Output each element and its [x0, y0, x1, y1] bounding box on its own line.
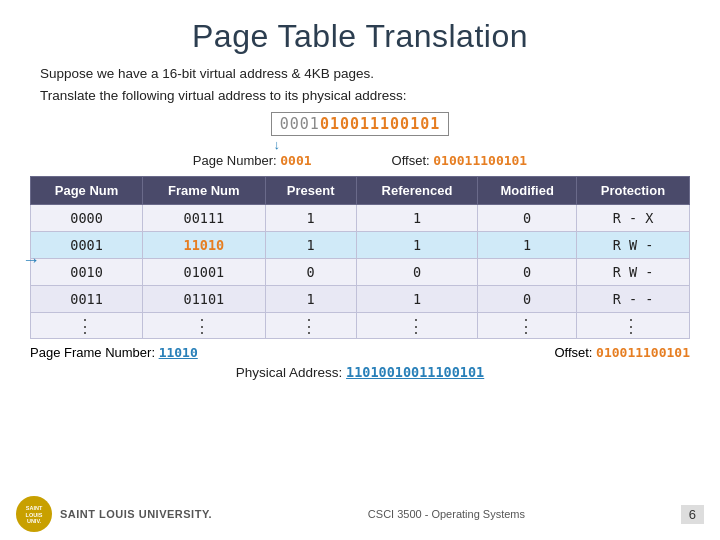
virtual-address-display: 0001010011100101 [0, 112, 720, 136]
bottom-offset-label: Offset: 010011100101 [554, 345, 690, 360]
subtitle-line1: Suppose we have a 16-bit virtual address… [40, 66, 374, 81]
cell-frame-num: 00111 [143, 205, 266, 232]
cell-protection: R W - [576, 259, 689, 286]
col-referenced: Referenced [356, 177, 478, 205]
cell-present: 1 [265, 205, 356, 232]
cell-referenced: 0 [356, 259, 478, 286]
dots-cell: ⋮ [265, 313, 356, 339]
col-frame-num: Frame Num [143, 177, 266, 205]
bottom-labels: Page Frame Number: 11010 Offset: 0100111… [30, 345, 690, 360]
cell-protection: R - - [576, 286, 689, 313]
svg-text:UNIV.: UNIV. [27, 518, 42, 524]
main-content: → Page Num Frame Num Present Referenced … [0, 172, 720, 380]
bottom-offset-value: 010011100101 [596, 345, 690, 360]
subtitle: Suppose we have a 16-bit virtual address… [0, 63, 720, 106]
course-label: CSCI 3500 - Operating Systems [368, 508, 525, 520]
col-present: Present [265, 177, 356, 205]
frame-number-value: 11010 [159, 345, 198, 360]
cell-present: 1 [265, 232, 356, 259]
page-table-wrapper: → Page Num Frame Num Present Referenced … [30, 176, 690, 339]
cell-modified: 0 [478, 205, 577, 232]
dots-row: ⋮⋮⋮⋮⋮⋮ [31, 313, 690, 339]
cell-modified: 1 [478, 232, 577, 259]
dots-cell: ⋮ [31, 313, 143, 339]
dots-cell: ⋮ [356, 313, 478, 339]
cell-protection: R W - [576, 232, 689, 259]
dots-cell: ⋮ [478, 313, 577, 339]
cell-page-num: 0001 [31, 232, 143, 259]
frame-number-label: Page Frame Number: 11010 [30, 345, 198, 360]
page-number-value: 0001 [280, 153, 311, 168]
cell-present: 1 [265, 286, 356, 313]
page-number: 6 [681, 505, 704, 524]
cell-protection: R - X [576, 205, 689, 232]
offset-address-label: Offset: 010011100101 [392, 153, 528, 168]
row-arrow: → [22, 250, 40, 271]
cell-frame-num: 11010 [143, 232, 266, 259]
physical-address-value: 11010010011100101 [346, 364, 484, 380]
cell-modified: 0 [478, 286, 577, 313]
page-table: Page Num Frame Num Present Referenced Mo… [30, 176, 690, 339]
cell-present: 0 [265, 259, 356, 286]
dots-cell: ⋮ [143, 313, 266, 339]
page-number-label: Page Number: 0001 [193, 153, 312, 168]
university-logo: SAINT LOUIS UNIV. [16, 496, 52, 532]
cell-frame-num: 01101 [143, 286, 266, 313]
table-header-row: Page Num Frame Num Present Referenced Mo… [31, 177, 690, 205]
col-protection: Protection [576, 177, 689, 205]
university-name: SAINT LOUIS UNIVERSITY. [60, 508, 212, 520]
table-row: 000000111110R - X [31, 205, 690, 232]
page-bits: 0001 [280, 115, 320, 133]
subtitle-line2: Translate the following virtual address … [40, 88, 406, 103]
cell-modified: 0 [478, 259, 577, 286]
physical-address-line: Physical Address: 11010010011100101 [236, 364, 485, 380]
cell-referenced: 1 [356, 286, 478, 313]
arrow-page: ↓ [274, 138, 281, 151]
cell-referenced: 1 [356, 232, 478, 259]
col-page-num: Page Num [31, 177, 143, 205]
virtual-address-bits: 0001010011100101 [271, 112, 450, 136]
offset-bits: 010011100101 [320, 115, 440, 133]
address-labels: Page Number: 0001 Offset: 010011100101 [0, 153, 720, 168]
cell-referenced: 1 [356, 205, 478, 232]
page-title: Page Table Translation [0, 0, 720, 63]
svg-text:LOUIS: LOUIS [26, 512, 43, 518]
table-row: 001101101110R - - [31, 286, 690, 313]
cell-page-num: 0000 [31, 205, 143, 232]
footer: SAINT LOUIS UNIV. SAINT LOUIS UNIVERSITY… [0, 496, 720, 532]
cell-page-num: 0010 [31, 259, 143, 286]
dots-cell: ⋮ [576, 313, 689, 339]
col-modified: Modified [478, 177, 577, 205]
offset-address-value: 010011100101 [433, 153, 527, 168]
table-row: 001001001000R W - [31, 259, 690, 286]
table-row: 000111010111R W - [31, 232, 690, 259]
cell-frame-num: 01001 [143, 259, 266, 286]
footer-logo: SAINT LOUIS UNIV. SAINT LOUIS UNIVERSITY… [16, 496, 212, 532]
svg-text:SAINT: SAINT [26, 505, 43, 511]
cell-page-num: 0011 [31, 286, 143, 313]
